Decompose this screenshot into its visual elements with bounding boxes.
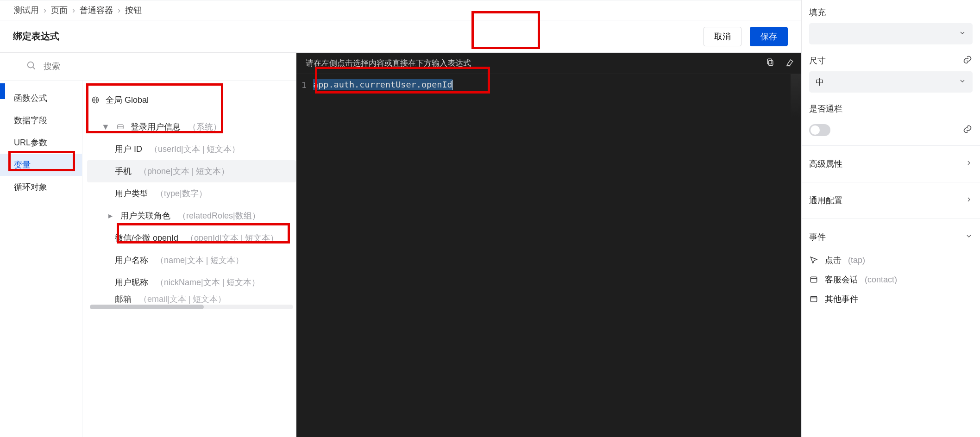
tree-item-openid[interactable]: 微信/企微 openId （openId|文本 | 短文本）	[87, 227, 296, 249]
prop-fullwidth-toggle[interactable]	[809, 124, 830, 136]
copy-icon[interactable]	[766, 57, 775, 69]
link-icon[interactable]	[962, 124, 973, 137]
category-list: 函数公式 数据字段 URL参数 变量 循环对象	[0, 81, 82, 437]
horizontal-scrollbar[interactable]	[90, 305, 293, 309]
tree-item-title: 手机	[115, 166, 132, 177]
tree-item-name[interactable]: 用户名称 （name|文本 | 短文本）	[87, 249, 296, 271]
search-icon	[26, 60, 36, 73]
svg-point-0	[28, 62, 34, 68]
caret-down-icon[interactable]: ▼	[101, 122, 110, 132]
event-tap[interactable]: 点击 (tap)	[809, 250, 973, 270]
minimap[interactable]	[791, 74, 801, 437]
chevron-down-icon	[959, 29, 966, 39]
category-variable[interactable]: 变量	[0, 154, 82, 176]
chevron-right-icon: ›	[118, 6, 120, 15]
svg-line-1	[33, 67, 35, 69]
category-loop-object[interactable]: 循环对象	[0, 176, 82, 198]
tree-node-label: 登录用户信息	[131, 121, 181, 132]
caret-right-icon[interactable]: ▸	[106, 211, 115, 221]
cancel-button[interactable]: 取消	[704, 27, 741, 46]
category-url-param[interactable]: URL参数	[0, 131, 82, 154]
breadcrumb-item[interactable]: 测试用	[14, 5, 39, 16]
chevron-down-icon	[965, 232, 973, 242]
breadcrumb-item[interactable]: 普通容器	[80, 5, 113, 16]
tree-item-nickname[interactable]: 用户昵称 （nickName|文本 | 短文本）	[87, 271, 296, 293]
tree-item-title: 用户 ID	[115, 144, 142, 155]
section-events[interactable]: 事件	[809, 224, 973, 250]
tree-item-title: 用户名称	[115, 255, 148, 266]
prop-fill-label: 填充	[809, 7, 826, 18]
search-input[interactable]	[44, 62, 283, 71]
svg-rect-7	[769, 61, 773, 66]
tree-item-phone[interactable]: 手机 （phone|文本 | 短文本）	[87, 160, 296, 182]
svg-rect-10	[810, 277, 817, 282]
event-other[interactable]: 其他事件	[809, 289, 973, 309]
tree-item-type[interactable]: 用户类型 （type|数字）	[87, 182, 296, 205]
event-label: 点击	[825, 255, 842, 266]
section-label: 高级属性	[809, 158, 842, 169]
chevron-down-icon	[959, 77, 966, 87]
modal-title: 绑定表达式	[13, 30, 59, 43]
modal-header: 绑定表达式 取消 保存	[0, 20, 801, 53]
editor-hint: 请在左侧点击选择内容或直接在下方输入表达式	[306, 58, 471, 69]
expression-binding-panel: 测试用 › 页面 › 普通容器 › 按钮 绑定表达式 取消 保存	[0, 0, 801, 437]
tree-item-meta: （email|文本 | 短文本）	[139, 293, 226, 305]
prop-size-value: 中	[816, 76, 824, 87]
tree-item-meta: （openId|文本 | 短文本）	[186, 232, 278, 243]
breadcrumb-item[interactable]: 按钮	[125, 5, 142, 16]
tree-item-meta: （name|文本 | 短文本）	[156, 255, 244, 266]
inspector-panel: 填充 尺寸 中 是否通栏 高级属性 通用配置 事件 点击 (tap) 客服会话	[801, 0, 980, 437]
section-general[interactable]: 通用配置	[809, 187, 973, 214]
tree-item-meta: （type|数字）	[156, 188, 207, 199]
globe-icon	[91, 96, 100, 104]
editor-toolbar: 请在左侧点击选择内容或直接在下方输入表达式	[296, 53, 801, 74]
code-text: app.auth.currentUser.openId	[313, 79, 452, 90]
section-advanced[interactable]: 高级属性	[809, 150, 973, 177]
event-contact[interactable]: 客服会话 (contact)	[809, 270, 973, 289]
chevron-right-icon	[965, 159, 973, 169]
tree-node-tag: （系统）	[188, 121, 221, 132]
tree-node-login-user[interactable]: ▼ 登录用户信息 （系统）	[87, 116, 296, 138]
chevron-right-icon: ›	[44, 6, 46, 15]
clear-icon[interactable]	[785, 57, 794, 69]
prop-size-label: 尺寸	[809, 55, 826, 66]
chevron-right-icon	[965, 196, 973, 206]
tree-item-title: 用户昵称	[115, 277, 148, 288]
tree-item-meta: （phone|文本 | 短文本）	[139, 166, 229, 177]
data-block-icon	[116, 123, 125, 131]
breadcrumb-item[interactable]: 页面	[51, 5, 68, 16]
tree-node-label: 全局 Global	[106, 94, 149, 106]
tree-item-meta: （nickName|文本 | 短文本）	[156, 277, 260, 288]
expression-editor: 请在左侧点击选择内容或直接在下方输入表达式 1 app.auth.current…	[296, 53, 801, 437]
variable-tree: 全局 Global ▼ 登录用户信息 （系统） 用户 ID （userId|文本…	[82, 81, 296, 437]
prop-fullwidth-label: 是否通栏	[809, 103, 842, 114]
tree-item-email[interactable]: 邮箱 （email|文本 | 短文本）	[87, 293, 296, 305]
event-hint: (tap)	[848, 256, 865, 265]
tree-item-title: 用户类型	[115, 188, 148, 199]
svg-rect-8	[767, 59, 772, 64]
category-function[interactable]: 函数公式	[0, 87, 82, 109]
tree-item-title: 邮箱	[115, 293, 132, 305]
breadcrumb: 测试用 › 页面 › 普通容器 › 按钮	[0, 0, 801, 20]
link-icon[interactable]	[962, 55, 973, 67]
event-hint: (contact)	[865, 275, 897, 285]
section-label: 通用配置	[809, 195, 842, 206]
category-data-field[interactable]: 数据字段	[0, 109, 82, 131]
section-label: 事件	[809, 231, 826, 243]
event-label: 客服会话	[825, 274, 858, 285]
search-bar	[0, 53, 296, 81]
tree-item-title: 用户关联角色	[120, 210, 170, 221]
svg-rect-12	[810, 296, 817, 302]
line-number: 1	[296, 80, 313, 90]
tree-item-userid[interactable]: 用户 ID （userId|文本 | 短文本）	[87, 138, 296, 160]
prop-size-select[interactable]: 中	[809, 71, 973, 93]
tree-item-related-roles[interactable]: ▸ 用户关联角色 （relatedRoles|数组）	[87, 205, 296, 227]
tree-node-global[interactable]: 全局 Global	[87, 89, 296, 111]
save-button[interactable]: 保存	[750, 27, 788, 46]
prop-fill-select[interactable]	[809, 23, 973, 44]
event-label: 其他事件	[825, 293, 858, 305]
code-area[interactable]: 1 app.auth.currentUser.openId	[296, 74, 801, 437]
tree-item-meta: （relatedRoles|数组）	[178, 210, 260, 221]
tree-item-title: 微信/企微 openId	[115, 232, 178, 243]
tree-item-meta: （userId|文本 | 短文本）	[150, 144, 240, 155]
